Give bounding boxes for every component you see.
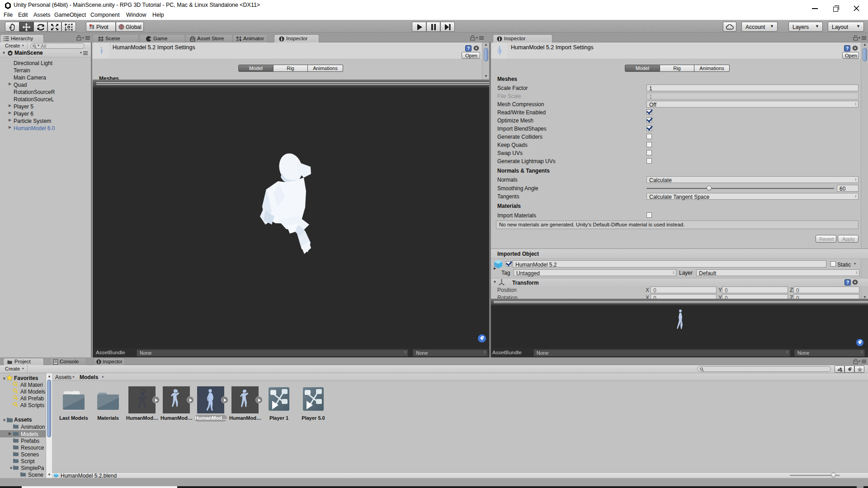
svg-text:?: ?	[846, 280, 849, 285]
svg-text:?: ?	[467, 46, 470, 51]
svg-text:?: ?	[846, 46, 849, 51]
